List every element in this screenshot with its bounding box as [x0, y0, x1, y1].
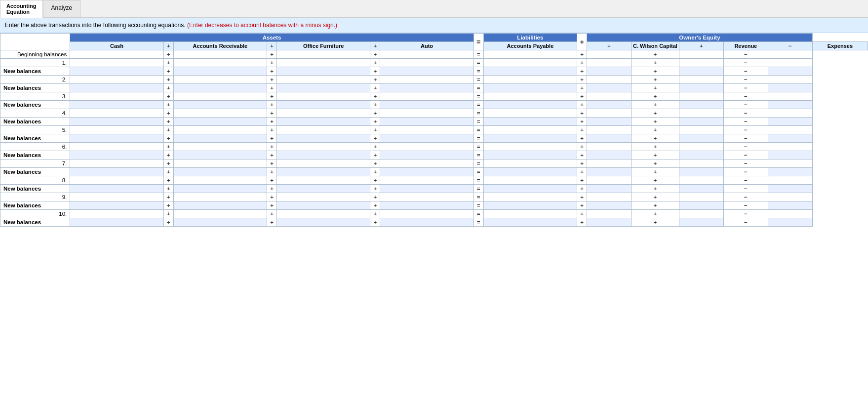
row-14-ap[interactable] [483, 168, 577, 176]
row-16-expenses[interactable] [768, 185, 812, 193]
row-14-expenses-input[interactable] [768, 168, 812, 175]
row-4-furniture-input[interactable] [277, 84, 370, 91]
row-1-furniture-input[interactable] [277, 59, 370, 66]
row-5-auto-input[interactable] [380, 93, 473, 100]
row-11-furniture[interactable] [276, 143, 370, 151]
row-12-expenses-input[interactable] [768, 152, 812, 159]
row-15-cash[interactable] [70, 176, 163, 185]
row-2-furniture-input[interactable] [277, 68, 370, 75]
row-0-revenue[interactable] [679, 50, 723, 59]
row-12-revenue-input[interactable] [679, 152, 723, 159]
row-9-revenue[interactable] [679, 126, 723, 134]
row-15-capital[interactable] [587, 176, 631, 185]
row-14-capital-input[interactable] [587, 168, 631, 175]
row-14-furniture[interactable] [276, 168, 370, 176]
row-9-expenses[interactable] [768, 126, 812, 134]
row-9-furniture-input[interactable] [277, 126, 370, 133]
row-12-furniture-input[interactable] [277, 152, 370, 159]
row-3-ar-input[interactable] [174, 76, 267, 83]
row-0-revenue-input[interactable] [679, 51, 723, 58]
row-6-ar[interactable] [173, 101, 267, 109]
row-2-revenue[interactable] [679, 67, 723, 76]
row-19-ar[interactable] [173, 210, 267, 218]
row-10-furniture[interactable] [276, 134, 370, 143]
row-0-cash-input[interactable] [70, 51, 163, 58]
row-20-furniture-input[interactable] [277, 219, 370, 226]
row-14-ar[interactable] [173, 168, 267, 176]
row-13-ar-input[interactable] [174, 160, 267, 167]
row-14-capital[interactable] [587, 168, 631, 176]
row-8-ar[interactable] [173, 118, 267, 126]
row-0-capital-input[interactable] [587, 51, 631, 58]
row-1-ap-input[interactable] [484, 59, 577, 66]
row-7-furniture[interactable] [276, 109, 370, 118]
tab-accounting-equation[interactable]: Accounting Equation [0, 0, 43, 18]
row-7-ap-input[interactable] [484, 110, 577, 117]
row-3-expenses-input[interactable] [768, 76, 812, 83]
row-17-ap-input[interactable] [484, 194, 577, 200]
row-1-auto-input[interactable] [380, 59, 473, 66]
row-18-cash-input[interactable] [70, 202, 163, 209]
row-18-expenses-input[interactable] [768, 202, 812, 209]
row-16-capital-input[interactable] [587, 185, 631, 192]
row-13-revenue-input[interactable] [679, 160, 723, 167]
row-17-auto[interactable] [380, 193, 473, 201]
row-2-cash-input[interactable] [70, 68, 163, 75]
row-17-expenses[interactable] [768, 193, 812, 201]
row-10-ar-input[interactable] [174, 135, 267, 142]
row-7-ar[interactable] [173, 109, 267, 118]
row-1-revenue[interactable] [679, 59, 723, 67]
row-4-ap[interactable] [483, 84, 577, 92]
row-0-expenses[interactable] [768, 50, 812, 59]
row-20-revenue-input[interactable] [679, 219, 723, 226]
row-6-ar-input[interactable] [174, 101, 267, 108]
row-14-cash-input[interactable] [70, 168, 163, 175]
row-5-ar-input[interactable] [174, 93, 267, 100]
row-20-expenses-input[interactable] [768, 219, 812, 226]
row-6-capital-input[interactable] [587, 101, 631, 108]
row-4-capital[interactable] [587, 84, 631, 92]
row-19-revenue-input[interactable] [679, 210, 723, 217]
row-9-ar[interactable] [173, 126, 267, 134]
row-19-ap-input[interactable] [484, 210, 577, 217]
row-7-expenses-input[interactable] [768, 110, 812, 117]
row-12-cash-input[interactable] [70, 152, 163, 159]
row-18-furniture[interactable] [276, 201, 370, 210]
row-20-expenses[interactable] [768, 218, 812, 227]
row-16-cash-input[interactable] [70, 185, 163, 192]
row-13-ar[interactable] [173, 159, 267, 168]
row-14-expenses[interactable] [768, 168, 812, 176]
row-0-auto-input[interactable] [380, 51, 473, 58]
row-6-furniture-input[interactable] [277, 101, 370, 108]
row-5-cash-input[interactable] [70, 93, 163, 100]
row-4-ar[interactable] [173, 84, 267, 92]
row-20-capital-input[interactable] [587, 219, 631, 226]
row-10-auto[interactable] [380, 134, 473, 143]
row-17-ar-input[interactable] [174, 194, 267, 200]
row-18-revenue-input[interactable] [679, 202, 723, 209]
row-10-revenue-input[interactable] [679, 135, 723, 142]
row-20-capital[interactable] [587, 218, 631, 227]
row-16-ar-input[interactable] [174, 185, 267, 192]
row-16-furniture-input[interactable] [277, 185, 370, 192]
row-20-ar[interactable] [173, 218, 267, 227]
row-15-revenue[interactable] [679, 176, 723, 185]
row-4-cash[interactable] [70, 84, 163, 92]
row-1-capital[interactable] [587, 59, 631, 67]
row-13-auto[interactable] [380, 159, 473, 168]
row-0-furniture-input[interactable] [277, 51, 370, 58]
row-17-ap[interactable] [483, 193, 577, 201]
row-16-furniture[interactable] [276, 185, 370, 193]
row-12-capital[interactable] [587, 151, 631, 159]
row-10-auto-input[interactable] [380, 135, 473, 142]
row-2-ap[interactable] [483, 67, 577, 76]
row-16-revenue[interactable] [679, 185, 723, 193]
row-5-capital[interactable] [587, 92, 631, 101]
tab-analyze[interactable]: Analyze [43, 0, 81, 17]
row-14-ap-input[interactable] [484, 168, 577, 175]
row-13-ap-input[interactable] [484, 160, 577, 167]
row-7-capital[interactable] [587, 109, 631, 118]
row-9-ap[interactable] [483, 126, 577, 134]
row-15-furniture[interactable] [276, 176, 370, 185]
row-0-ar-input[interactable] [174, 51, 267, 58]
